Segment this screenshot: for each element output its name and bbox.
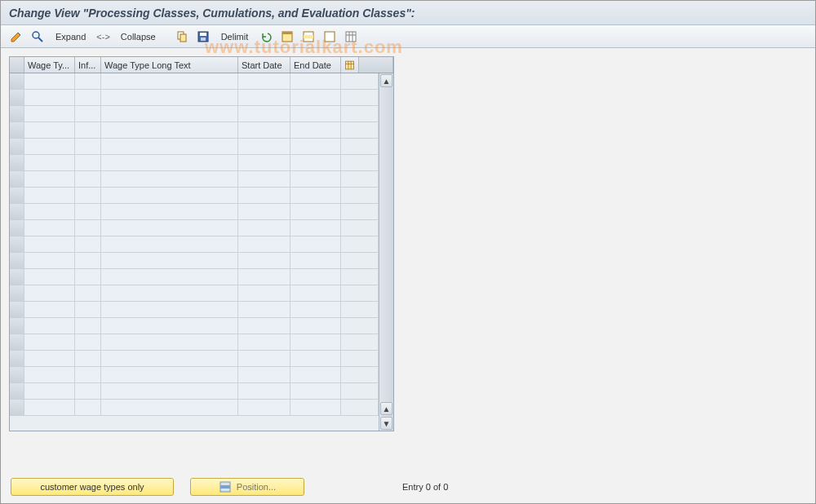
cell-long-text[interactable] — [101, 90, 238, 105]
table-row[interactable] — [10, 155, 379, 171]
cell-start-date[interactable] — [238, 155, 290, 170]
row-selector[interactable] — [10, 269, 24, 285]
cell-wage-type[interactable] — [24, 285, 75, 301]
table-row[interactable] — [10, 188, 379, 204]
position-button[interactable]: Position... — [190, 478, 304, 496]
cell-inf[interactable] — [75, 253, 101, 268]
cell-start-date[interactable] — [238, 318, 290, 334]
vertical-scrollbar[interactable]: ▲ ▲ ▼ — [379, 73, 393, 431]
cell-end-date[interactable] — [290, 122, 341, 138]
cell-end-date[interactable] — [290, 269, 341, 285]
cell-wage-type[interactable] — [24, 90, 75, 105]
cell-inf[interactable] — [75, 90, 101, 105]
table-row[interactable] — [10, 90, 379, 106]
row-selector[interactable] — [10, 155, 24, 170]
row-selector[interactable] — [10, 122, 24, 138]
column-header-end-date[interactable]: End Date — [290, 57, 341, 73]
cell-end-date[interactable] — [290, 204, 341, 219]
cell-wage-type[interactable] — [24, 188, 75, 203]
cell-inf[interactable] — [75, 383, 101, 399]
cell-long-text[interactable] — [101, 171, 238, 187]
row-selector[interactable] — [10, 383, 24, 399]
row-selector[interactable] — [10, 351, 24, 366]
select-block-button[interactable] — [299, 29, 317, 45]
cell-wage-type[interactable] — [24, 302, 75, 317]
cell-inf[interactable] — [75, 204, 101, 219]
cell-wage-type[interactable] — [24, 106, 75, 122]
table-row[interactable] — [10, 253, 379, 269]
cell-end-date[interactable] — [290, 73, 341, 89]
cell-inf[interactable] — [75, 318, 101, 334]
search-button[interactable] — [29, 29, 47, 45]
cell-start-date[interactable] — [238, 269, 290, 285]
cell-inf[interactable] — [75, 367, 101, 382]
scroll-down-button[interactable]: ▲ — [380, 402, 392, 415]
cell-wage-type[interactable] — [24, 383, 75, 399]
cell-start-date[interactable] — [238, 90, 290, 105]
toggle-edit-button[interactable] — [7, 29, 25, 45]
scroll-page-down-button[interactable]: ▼ — [380, 417, 392, 430]
row-selector[interactable] — [10, 171, 24, 187]
cell-start-date[interactable] — [238, 253, 290, 268]
cell-start-date[interactable] — [238, 171, 290, 187]
table-row[interactable] — [10, 269, 379, 285]
row-selector[interactable] — [10, 285, 24, 301]
cell-wage-type[interactable] — [24, 171, 75, 187]
column-header-selector[interactable] — [10, 57, 24, 73]
table-row[interactable] — [10, 204, 379, 220]
cell-wage-type[interactable] — [24, 155, 75, 170]
cell-long-text[interactable] — [101, 400, 238, 415]
cell-end-date[interactable] — [290, 90, 341, 105]
configure-columns-button[interactable] — [341, 57, 359, 73]
cell-inf[interactable] — [75, 171, 101, 187]
cell-long-text[interactable] — [101, 204, 238, 219]
cell-wage-type[interactable] — [24, 269, 75, 285]
table-row[interactable] — [10, 334, 379, 351]
table-row[interactable] — [10, 139, 379, 155]
cell-start-date[interactable] — [238, 367, 290, 382]
table-row[interactable] — [10, 351, 379, 367]
cell-wage-type[interactable] — [24, 237, 75, 252]
cell-long-text[interactable] — [101, 302, 238, 317]
cell-end-date[interactable] — [290, 367, 341, 382]
cell-end-date[interactable] — [290, 400, 341, 415]
cell-long-text[interactable] — [101, 318, 238, 334]
cell-start-date[interactable] — [238, 204, 290, 219]
column-header-start-date[interactable]: Start Date — [238, 57, 290, 73]
cell-wage-type[interactable] — [24, 351, 75, 366]
cell-long-text[interactable] — [101, 188, 238, 203]
cell-long-text[interactable] — [101, 351, 238, 366]
cell-inf[interactable] — [75, 106, 101, 122]
cell-wage-type[interactable] — [24, 334, 75, 350]
cell-inf[interactable] — [75, 285, 101, 301]
row-selector[interactable] — [10, 302, 24, 317]
collapse-button[interactable]: Collapse — [115, 29, 162, 45]
cell-start-date[interactable] — [238, 106, 290, 122]
row-selector[interactable] — [10, 367, 24, 382]
scroll-up-button[interactable]: ▲ — [380, 74, 392, 87]
delimit-button[interactable]: Delimit — [215, 29, 255, 45]
cell-start-date[interactable] — [238, 237, 290, 252]
cell-end-date[interactable] — [290, 237, 341, 252]
cell-inf[interactable] — [75, 237, 101, 252]
cell-end-date[interactable] — [290, 106, 341, 122]
row-selector[interactable] — [10, 237, 24, 252]
table-settings-button[interactable] — [342, 29, 360, 45]
cell-inf[interactable] — [75, 334, 101, 350]
cell-long-text[interactable] — [101, 285, 238, 301]
row-selector[interactable] — [10, 139, 24, 154]
cell-end-date[interactable] — [290, 171, 341, 187]
cell-end-date[interactable] — [290, 383, 341, 399]
cell-long-text[interactable] — [101, 237, 238, 252]
row-selector[interactable] — [10, 204, 24, 219]
table-row[interactable] — [10, 73, 379, 90]
cell-inf[interactable] — [75, 188, 101, 203]
row-selector[interactable] — [10, 188, 24, 203]
cell-end-date[interactable] — [290, 351, 341, 366]
row-selector[interactable] — [10, 220, 24, 236]
customer-wage-types-button[interactable]: customer wage types only — [11, 478, 174, 496]
cell-end-date[interactable] — [290, 285, 341, 301]
row-selector[interactable] — [10, 334, 24, 350]
select-all-button[interactable] — [278, 29, 296, 45]
cell-start-date[interactable] — [238, 383, 290, 399]
